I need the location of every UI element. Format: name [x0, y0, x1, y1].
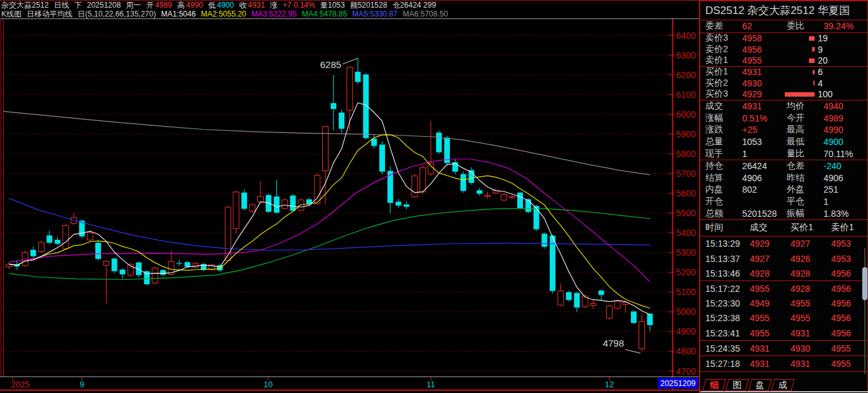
- quote-panel: DS2512 杂交大蒜2512 华夏国 委差 62 委比 39.24% 卖价34…: [699, 0, 868, 393]
- level-label: 买价2: [705, 78, 742, 89]
- level-volume: 6: [818, 67, 823, 77]
- quote-summary-bar: 杂交大蒜2512日线下20251208周一开4989高4990低4900收493…: [0, 1, 699, 10]
- quote-field: 额5201528: [349, 1, 388, 10]
- level-price: 4931: [742, 67, 782, 77]
- candle-down: [95, 243, 101, 259]
- tape-price: 4956: [831, 313, 865, 323]
- tape-time: 15:23:38: [705, 313, 750, 323]
- annotation-low: 4798: [603, 338, 624, 348]
- y-axis-label: 5200: [676, 267, 696, 277]
- quote-stat-row: 总额5201528振幅1.83%: [700, 207, 867, 219]
- tab-细[interactable]: 细: [702, 379, 726, 391]
- candle-down: [46, 235, 52, 242]
- tape-price: 4928: [790, 284, 831, 294]
- quote-stat-row: 涨幅0.51%今开4989: [700, 113, 867, 125]
- depth-bar: [809, 36, 815, 41]
- tape-price: 4955: [750, 284, 790, 294]
- weibi-label: 委比: [787, 20, 824, 32]
- tape-row: 15:13:29492949274953: [700, 237, 867, 251]
- quote-field: 量1053: [319, 1, 345, 10]
- annotation-high: 6285: [320, 59, 341, 70]
- tape-price: 4956: [831, 268, 865, 279]
- bottom-tab-bar: 细图盘成: [704, 379, 796, 391]
- candle-down: [290, 196, 295, 211]
- level-volume: 20: [818, 55, 828, 66]
- tape-rows: 15:13:2949294927495315:13:37492749264953…: [700, 237, 867, 371]
- tape-row: 15:23:41495549314956: [700, 326, 867, 340]
- tape-time: 15:13:46: [705, 268, 750, 279]
- candle-down: [517, 193, 523, 208]
- candle-up: [428, 163, 434, 174]
- ma-legend-bar: K线图日移动平均线日(5,10,22,66,135,270)MA1:5046MA…: [0, 10, 699, 18]
- candle-up: [22, 252, 28, 265]
- y-axis-label: 5100: [676, 287, 696, 297]
- scrollbar-thumb[interactable]: [862, 267, 867, 300]
- candle-up: [63, 225, 69, 249]
- quote-field: 4900: [216, 1, 234, 10]
- level-price: 4930: [742, 78, 782, 88]
- level-price: 4929: [742, 89, 782, 99]
- candle-up: [509, 197, 515, 198]
- tab-成[interactable]: 成: [771, 379, 794, 391]
- candle-down: [274, 197, 280, 212]
- depth-bar: [812, 47, 815, 52]
- ma-legend-item: 日(5,10,22,66,135,270): [76, 10, 156, 18]
- y-axis-label: 5500: [676, 208, 696, 218]
- candle-down: [119, 270, 125, 274]
- candle-down: [541, 233, 547, 246]
- tab-盘[interactable]: 盘: [748, 379, 771, 391]
- quote-field: 杂交大蒜2512: [0, 1, 49, 10]
- level-label: 买价1: [705, 66, 742, 78]
- level-label: 卖价2: [705, 44, 742, 55]
- quote-field: 低: [207, 1, 216, 10]
- tape-row: 15:23:30494949554956: [700, 296, 867, 311]
- tape-time: 15:17:22: [705, 284, 750, 294]
- x-axis-label: 9: [79, 380, 84, 389]
- tape-price: 4930: [790, 343, 831, 354]
- candle-down: [177, 263, 182, 263]
- candlestick-chart[interactable]: 6400630062006100600059005800570056005500…: [0, 0, 699, 393]
- y-axis-label: 6300: [676, 50, 696, 60]
- y-axis-label: 6400: [676, 31, 696, 41]
- candle-up: [590, 303, 596, 305]
- x-axis-label: 11: [426, 380, 435, 389]
- tape-header: 卖价1: [831, 222, 865, 233]
- candle-down: [184, 262, 190, 266]
- ask-levels: 卖价3495819卖价249569卖价1495520: [700, 33, 867, 66]
- quote-field: 周一: [125, 1, 141, 10]
- quote-stat-row: 开仓平仓1: [700, 196, 867, 208]
- tape-header: 成交: [750, 222, 790, 233]
- tape-price: 4955: [790, 298, 831, 308]
- candle-down: [160, 270, 166, 275]
- candle-up: [87, 233, 93, 240]
- ma-legend-item: MA4:5478.85: [301, 10, 347, 18]
- weicha-value: 62: [742, 21, 787, 31]
- tape-price: 4955: [831, 359, 865, 369]
- tape-row: 15:23:38495549554956: [700, 311, 867, 326]
- tab-图[interactable]: 图: [725, 379, 749, 391]
- tape-price: 4956: [831, 298, 865, 308]
- bid-row: 买价249304: [700, 78, 867, 88]
- candle-up: [282, 200, 288, 208]
- level-label: 卖价1: [705, 55, 742, 66]
- candle-down: [403, 204, 409, 207]
- tape-price: 4953: [831, 238, 865, 249]
- tape-price: 4955: [831, 343, 865, 354]
- candle-up: [420, 168, 426, 192]
- quote-field: 4989: [154, 1, 172, 10]
- candle-down: [31, 250, 36, 256]
- tape-time: 15:13:29: [705, 238, 750, 249]
- candle-up: [193, 263, 198, 267]
- level-price: 4956: [742, 45, 782, 55]
- x-axis-label: 10: [264, 380, 273, 389]
- tape-row: 15:27:18493149314955: [700, 356, 867, 371]
- candle-up: [485, 195, 491, 197]
- candle-down: [55, 240, 60, 244]
- panel-bottom-border: [700, 391, 868, 392]
- candle-down: [477, 190, 482, 194]
- candle-down: [631, 312, 637, 323]
- candle-down: [534, 206, 539, 230]
- x-axis-label: 20251209: [660, 379, 696, 388]
- ma-legend-item: MA1:5046: [159, 10, 196, 18]
- tape-price: 4955: [750, 328, 790, 338]
